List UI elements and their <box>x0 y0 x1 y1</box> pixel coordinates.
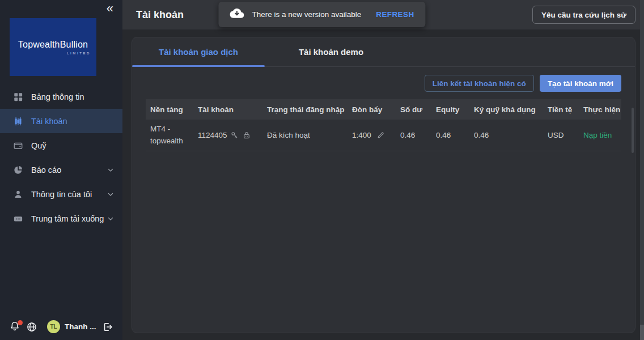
sidebar-item-label: Thông tin của tôi <box>31 190 92 199</box>
cell-currency: USD <box>543 131 579 139</box>
col-equity: Equity <box>431 105 469 114</box>
user-name[interactable]: Thanh ... <box>65 322 96 331</box>
accounts-card: Tài khoản giao dịch Tài khoản demo Liên … <box>132 37 635 333</box>
language-globe-icon[interactable] <box>26 321 37 333</box>
sidebar-item-accounts[interactable]: Tài khoản <box>0 109 122 133</box>
cell-platform: MT4 - topwealth <box>146 124 193 147</box>
account-number: 1124405 <box>198 131 227 139</box>
window-scrollbar-thumb[interactable] <box>640 325 644 340</box>
tab-demo-accounts[interactable]: Tài khoản demo <box>265 37 397 66</box>
sidebar-item-dashboard[interactable]: Bảng thông tin <box>0 84 122 109</box>
link-existing-account-button[interactable]: Liên kết tài khoản hiện có <box>425 75 534 92</box>
refresh-button[interactable]: REFRESH <box>376 10 414 19</box>
sidebar-item-download-center[interactable]: Trung tâm tải xuống <box>0 206 122 231</box>
cell-login-status: Đã kích hoạt <box>262 131 348 139</box>
toast-message: There is a new version available <box>252 10 361 19</box>
sidebar: « TopwealthBullion LIMITED Bảng thông ti… <box>0 0 122 340</box>
col-action: Thực hiện <box>579 105 621 114</box>
accounts-icon <box>12 116 24 127</box>
cloud-download-icon <box>230 8 244 20</box>
brand-subtitle: LIMITED <box>67 52 91 55</box>
cell-free-margin: 0.46 <box>469 131 543 139</box>
tab-trading-accounts[interactable]: Tài khoản giao dịch <box>132 37 265 66</box>
notifications-bell-icon[interactable] <box>9 321 20 333</box>
col-balance: Số dư <box>396 105 431 114</box>
col-free-margin: Ký quỹ khả dụng <box>469 105 543 114</box>
chevron-down-icon <box>107 166 115 174</box>
sidebar-collapse-icon[interactable]: « <box>107 1 113 16</box>
account-actions: Liên kết tài khoản hiện có Tạo tài khoản… <box>132 67 635 92</box>
deposit-link[interactable]: Nạp tiền <box>579 131 621 139</box>
history-request-button[interactable]: Yêu cầu tra cứu lịch sử <box>532 6 635 24</box>
leverage-value: 1:400 <box>352 131 371 139</box>
account-tabs: Tài khoản giao dịch Tài khoản demo <box>132 37 635 67</box>
sidebar-item-label: Trung tâm tải xuống <box>31 214 104 223</box>
sidebar-menu: Bảng thông tin Tài khoản Quỹ <box>0 84 122 231</box>
col-currency: Tiền tệ <box>543 105 579 114</box>
page-title: Tài khoản <box>136 0 184 29</box>
sidebar-item-label: Tài khoản <box>31 117 67 126</box>
update-toast: There is a new version available REFRESH <box>218 2 425 27</box>
sidebar-footer: TL Thanh ... <box>9 320 113 333</box>
brand-logo: TopwealthBullion LIMITED <box>10 18 96 76</box>
col-leverage: Đòn bẩy <box>348 105 396 114</box>
window-scrollbar-track[interactable] <box>640 0 644 340</box>
accounts-table: Nền tảng Tài khoản Trạng thái đăng nhập … <box>146 99 621 151</box>
table-row: MT4 - topwealth 1124405 Đã <box>146 120 621 151</box>
cell-leverage: 1:400 <box>348 131 396 139</box>
create-account-button[interactable]: Tạo tài khoản mới <box>540 75 621 92</box>
sidebar-item-my-info[interactable]: Thông tin của tôi <box>0 182 122 206</box>
report-icon <box>12 164 24 176</box>
chevron-down-icon <box>107 215 115 223</box>
sidebar-item-label: Bảng thông tin <box>31 92 84 101</box>
sidebar-item-label: Quỹ <box>31 141 46 150</box>
dashboard-icon <box>12 91 24 103</box>
cell-balance: 0.46 <box>396 131 431 139</box>
sidebar-item-reports[interactable]: Báo cáo <box>0 158 122 182</box>
sidebar-item-funds[interactable]: Quỹ <box>0 133 122 158</box>
chevron-down-icon <box>107 190 115 198</box>
table-scrollbar-thumb[interactable] <box>632 108 634 153</box>
sidebar-item-label: Báo cáo <box>31 165 61 175</box>
col-login-status: Trạng thái đăng nhập <box>262 105 348 114</box>
user-avatar[interactable]: TL <box>47 320 60 333</box>
download-center-icon <box>12 213 24 224</box>
edit-pencil-icon[interactable] <box>376 131 385 139</box>
logout-icon[interactable] <box>102 321 113 333</box>
profile-icon <box>12 189 24 200</box>
col-platform: Nền tảng <box>146 105 193 114</box>
notification-badge <box>18 320 23 325</box>
table-header-row: Nền tảng Tài khoản Trạng thái đăng nhập … <box>146 99 621 120</box>
lock-icon[interactable] <box>242 131 251 140</box>
col-account: Tài khoản <box>193 105 262 114</box>
cell-equity: 0.46 <box>431 131 469 139</box>
wallet-icon <box>12 140 24 151</box>
brand-name: TopwealthBullion <box>18 40 88 50</box>
key-icon[interactable] <box>230 131 239 140</box>
cell-account: 1124405 <box>193 131 262 140</box>
